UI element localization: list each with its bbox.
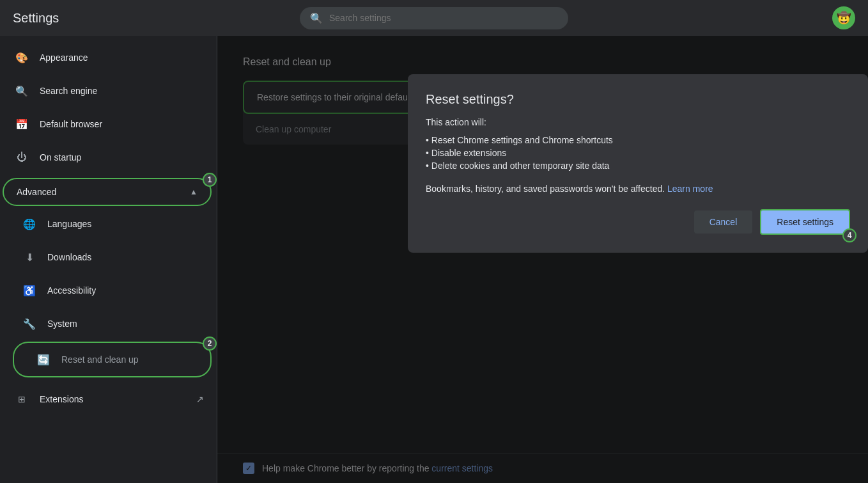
learn-more-link[interactable]: Learn more xyxy=(667,184,713,194)
sidebar-item-appearance[interactable]: 🎨 Appearance xyxy=(0,41,212,74)
main-layout: 🎨 Appearance 🔍 Search engine 📅 Default b… xyxy=(0,36,868,483)
cancel-button[interactable]: Cancel xyxy=(694,210,753,234)
system-icon: 🔧 xyxy=(20,315,38,333)
sidebar-item-label: Languages xyxy=(47,219,199,229)
modal-overlay: Reset settings? This action will: • Rese… xyxy=(217,36,868,483)
badge-4: 4 xyxy=(842,228,856,242)
sidebar-item-label: Appearance xyxy=(40,52,199,63)
modal-note: Bookmarks, history, and saved passwords … xyxy=(426,184,850,194)
advanced-arrow-icon: ▲ xyxy=(190,187,198,196)
search-input[interactable] xyxy=(329,13,558,23)
sidebar-item-search-engine[interactable]: 🔍 Search engine xyxy=(0,74,212,107)
sidebar-item-label: Accessibility xyxy=(47,285,199,296)
sidebar-item-label: Search engine xyxy=(40,86,199,96)
settings-title: Settings xyxy=(13,11,141,26)
default-browser-icon: 📅 xyxy=(13,115,31,133)
sidebar-item-label: Downloads xyxy=(47,252,199,262)
sidebar: 🎨 Appearance 🔍 Search engine 📅 Default b… xyxy=(0,36,217,483)
appearance-icon: 🎨 xyxy=(13,49,31,67)
modal-title: Reset settings? xyxy=(426,92,850,107)
sidebar-item-on-startup[interactable]: ⏻ On startup xyxy=(0,141,212,174)
downloads-icon: ⬇ xyxy=(20,248,38,266)
external-link-icon: ↗ xyxy=(196,394,204,404)
search-bar[interactable]: 🔍 xyxy=(300,7,568,29)
avatar: 🤠 xyxy=(832,6,855,29)
sidebar-advanced-header[interactable]: Advanced ▲ 1 xyxy=(3,178,212,206)
modal-subtitle: This action will: xyxy=(426,117,850,127)
search-icon: 🔍 xyxy=(310,12,323,24)
main-content: Reset and clean up Restore settings to t… xyxy=(217,36,868,483)
sidebar-item-label: System xyxy=(47,319,199,329)
header: Settings 🔍 🤠 xyxy=(0,0,868,36)
extensions-label: Extensions xyxy=(40,394,196,404)
modal-actions: Cancel Reset settings 4 xyxy=(426,209,850,235)
accessibility-icon: ♿ xyxy=(20,281,38,299)
reset-settings-button[interactable]: Reset settings xyxy=(760,209,850,235)
on-startup-icon: ⏻ xyxy=(13,148,31,166)
sidebar-item-accessibility[interactable]: ♿ Accessibility xyxy=(0,274,212,307)
sidebar-item-downloads[interactable]: ⬇ Downloads xyxy=(0,241,212,274)
sidebar-item-system[interactable]: 🔧 System xyxy=(0,307,212,340)
modal-list-item: • Reset Chrome settings and Chrome short… xyxy=(426,135,850,145)
sidebar-item-reset-cleanup[interactable]: 🔄 Reset and clean up 2 xyxy=(13,342,212,377)
modal-list-item: • Delete cookies and other temporary sit… xyxy=(426,161,850,171)
sidebar-item-label: Default browser xyxy=(40,119,199,129)
modal-list: • Reset Chrome settings and Chrome short… xyxy=(426,135,850,171)
sidebar-item-label: Reset and clean up xyxy=(61,354,198,365)
search-engine-icon: 🔍 xyxy=(13,82,31,100)
advanced-label: Advanced xyxy=(17,187,190,197)
reset-cleanup-icon: 🔄 xyxy=(35,351,52,368)
languages-icon: 🌐 xyxy=(20,215,38,233)
sidebar-item-languages[interactable]: 🌐 Languages xyxy=(0,207,212,241)
badge-1: 1 xyxy=(203,173,217,187)
modal-list-item: • Disable extensions xyxy=(426,148,850,158)
sidebar-item-default-browser[interactable]: 📅 Default browser xyxy=(0,107,212,141)
badge-2: 2 xyxy=(203,337,217,351)
sidebar-item-extensions[interactable]: ⊞ Extensions ↗ xyxy=(0,383,217,416)
sidebar-item-label: On startup xyxy=(40,152,199,162)
extensions-icon: ⊞ xyxy=(13,390,31,408)
reset-settings-modal: Reset settings? This action will: • Rese… xyxy=(408,74,868,253)
